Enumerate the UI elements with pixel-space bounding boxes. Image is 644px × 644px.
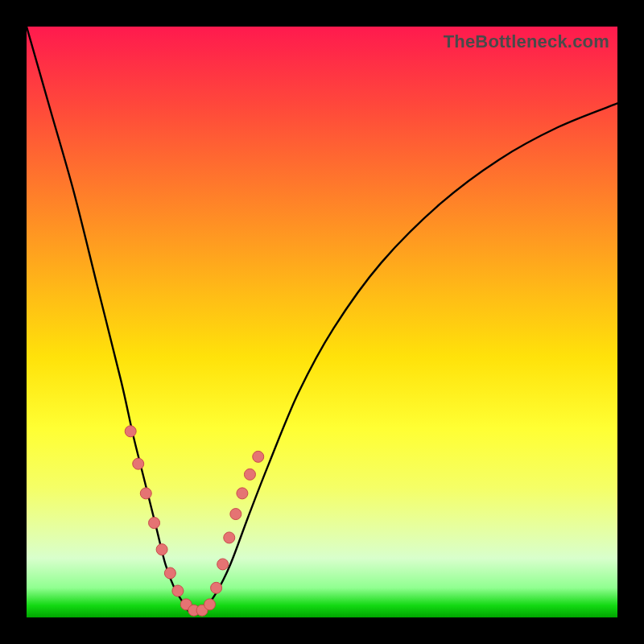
series-marker (204, 599, 216, 610)
series-marker (164, 568, 175, 579)
markers-group (125, 426, 264, 616)
series-marker (156, 544, 167, 555)
series-marker (237, 488, 248, 499)
series-marker (253, 451, 264, 462)
chart-svg (27, 27, 617, 617)
series-marker (149, 518, 160, 529)
plot-area: TheBottleneck.com (27, 27, 617, 617)
series-marker (172, 585, 184, 597)
series-marker (230, 509, 242, 520)
series-marker (125, 426, 136, 437)
series-marker (217, 559, 229, 570)
chart-frame: TheBottleneck.com (0, 0, 644, 644)
series-marker (244, 469, 255, 480)
series-marker (133, 458, 144, 469)
series-marker (211, 582, 222, 593)
bottleneck-curve (27, 27, 617, 613)
series-marker (224, 532, 235, 543)
series-marker (140, 488, 151, 499)
